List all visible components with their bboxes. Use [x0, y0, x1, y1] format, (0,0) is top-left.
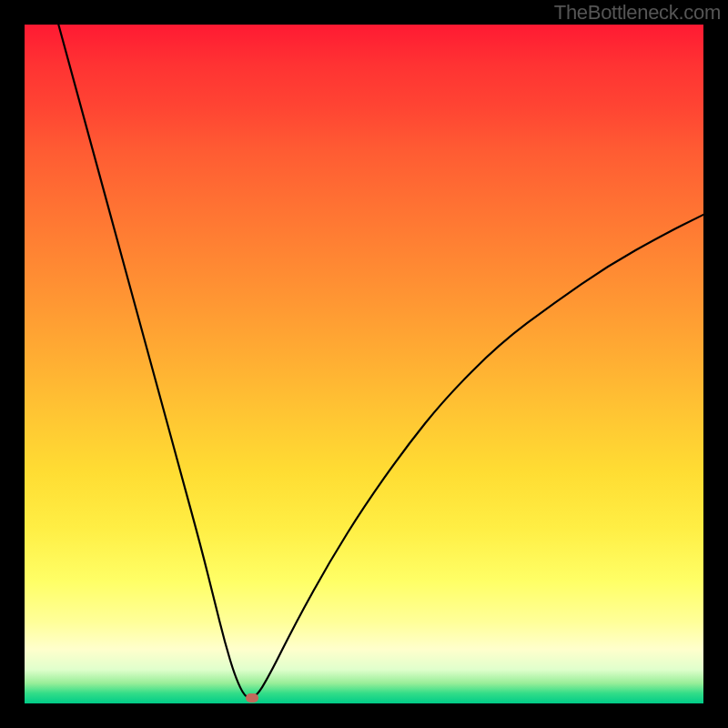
attribution-label: TheBottleneck.com	[554, 1, 721, 25]
chart-plot-area	[25, 25, 703, 703]
optimum-marker	[246, 693, 258, 703]
bottleneck-curve	[25, 25, 703, 703]
